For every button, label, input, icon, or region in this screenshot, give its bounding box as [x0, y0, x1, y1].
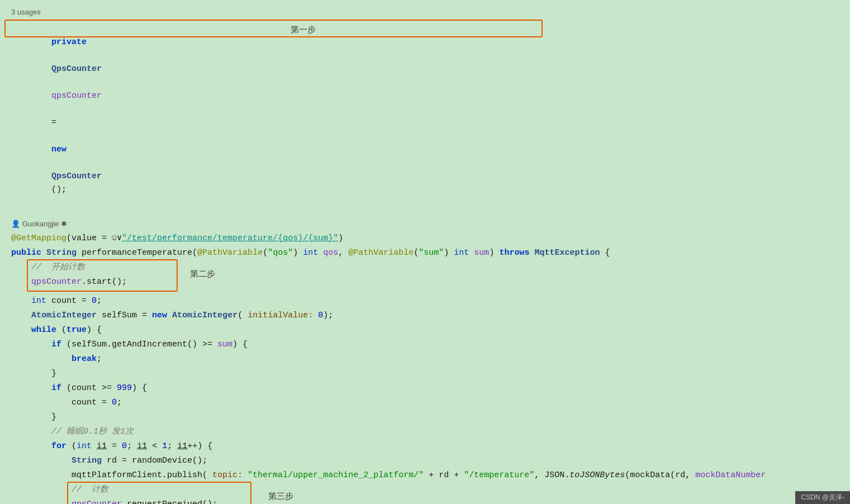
atomic-integer-line: AtomicInteger selfSum = new AtomicIntege… [0, 308, 850, 323]
blank-line [0, 212, 850, 217]
step3-label: 第三步 [268, 489, 293, 503]
if-count-line: if (count >= 999 ) { [0, 381, 850, 396]
qps-request-line: qpsCounter .requestReceived(); [0, 497, 850, 504]
blank-line-2 [0, 289, 850, 294]
method-signature-line: public String performanceTemperature( @P… [0, 246, 850, 260]
class-qpscounter: QpsCounter [51, 64, 102, 74]
while-line: while ( true ) { [0, 323, 850, 337]
step2-label: 第二步 [190, 267, 215, 280]
string-rd-line: String rd = randomDevice(); [0, 454, 850, 468]
author-line: 👤 Guokangjie ✱ [0, 217, 850, 231]
comment-kaishi: // 开始计数 [0, 260, 850, 275]
if-selfsum-line: if (selfSum.getAndIncrement() >= sum ) { [0, 337, 850, 352]
code-editor: 3 usages private QpsCounter qpsCounter =… [0, 0, 850, 504]
mqtt-publish-line: mqttPlatformClient.publish( topic: "ther… [0, 468, 850, 483]
annotation-line: @GetMapping (value = ☺∨ "/test/performan… [0, 231, 850, 246]
comment-jishu: // 计数 [0, 483, 850, 497]
keyword-private: private [51, 37, 87, 47]
close-brace-1: } [0, 367, 850, 381]
bottom-bar: CSDN @灵泽- [795, 491, 850, 504]
close-brace-2: } [0, 410, 850, 425]
break-line: break ; [0, 352, 850, 367]
count-reset-line: count = 0 ; [0, 396, 850, 410]
usages-label: 3 usages [0, 4, 850, 21]
comment-sleep: // 睡眠0.1秒 发1次 [0, 425, 850, 439]
qps-start-line: qpsCounter .start(); [0, 275, 850, 289]
int-count-line: int count = 0 ; [0, 294, 850, 308]
for-loop-line: for ( int i1 = 0 ; i1 < 1 ; i1 ++) { [0, 439, 850, 454]
step3-block: // 计数 qpsCounter .requestReceived(); 第三步 [0, 483, 850, 504]
var-qpscounter: qpsCounter [51, 91, 102, 101]
step1-label: 第一步 [291, 23, 316, 36]
code-line-1: private QpsCounter qpsCounter = new QpsC… [0, 22, 850, 211]
step2-block: // 开始计数 qpsCounter .start(); 第二步 [0, 260, 850, 289]
